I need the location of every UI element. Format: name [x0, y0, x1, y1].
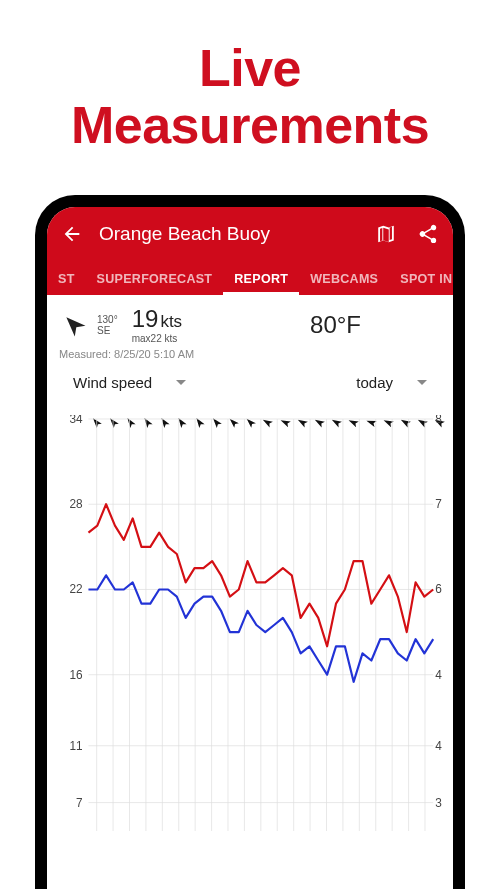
tab-spotinfo[interactable]: SPOT INFO	[389, 262, 453, 295]
tab-webcams[interactable]: WEBCAMS	[299, 262, 389, 295]
chart-canvas: 73114164226287348	[53, 415, 447, 835]
phone-screen: Orange Beach Buoy ST SUPERFORECAST REPOR…	[47, 207, 453, 889]
temperature: 80°F	[190, 311, 441, 339]
wind-max: max22 kts	[132, 333, 182, 344]
wind-cardinal: SE	[97, 325, 118, 336]
svg-text:6: 6	[435, 582, 442, 596]
chevron-down-icon	[417, 380, 427, 385]
wind-direction-icon	[53, 303, 95, 345]
svg-text:11: 11	[69, 739, 83, 753]
page-title: Orange Beach Buoy	[99, 223, 359, 245]
svg-text:22: 22	[69, 582, 83, 596]
wind-speed-block: 19kts max22 kts	[132, 305, 182, 344]
share-icon	[417, 223, 439, 245]
metric-selector-label: Wind speed	[73, 374, 152, 391]
svg-text:3: 3	[435, 796, 442, 810]
range-selector-label: today	[356, 374, 393, 391]
map-button[interactable]	[371, 219, 401, 249]
range-selector[interactable]: today	[356, 374, 427, 391]
wind-direction: 130° SE	[97, 314, 118, 336]
svg-text:8: 8	[435, 415, 442, 426]
wind-degrees: 130°	[97, 314, 118, 325]
back-button[interactable]	[57, 219, 87, 249]
svg-text:7: 7	[76, 796, 83, 810]
summary-row: 130° SE 19kts max22 kts 80°F	[47, 295, 453, 344]
tab-forecast-partial[interactable]: ST	[47, 262, 86, 295]
svg-text:34: 34	[69, 415, 83, 426]
map-icon	[375, 223, 397, 245]
svg-text:4: 4	[435, 668, 442, 682]
tab-bar: ST SUPERFORECAST REPORT WEBCAMS SPOT INF…	[47, 257, 453, 295]
wind-speed-unit: kts	[160, 312, 182, 331]
chart: 73114164226287348	[47, 415, 453, 835]
arrow-left-icon	[61, 223, 83, 245]
chevron-down-icon	[176, 380, 186, 385]
selector-row: Wind speed today	[47, 370, 453, 399]
hero-title: Live Measurements	[0, 0, 500, 184]
share-button[interactable]	[413, 219, 443, 249]
wind-speed-value: 19	[132, 305, 159, 332]
tab-report[interactable]: REPORT	[223, 262, 299, 295]
phone-frame: Orange Beach Buoy ST SUPERFORECAST REPOR…	[35, 195, 465, 889]
svg-text:16: 16	[69, 668, 83, 682]
metric-selector[interactable]: Wind speed	[73, 374, 186, 391]
tab-superforecast[interactable]: SUPERFORECAST	[86, 262, 224, 295]
svg-text:7: 7	[435, 497, 442, 511]
measured-timestamp: Measured: 8/25/20 5:10 AM	[47, 344, 453, 370]
svg-text:28: 28	[69, 497, 83, 511]
app-topbar: Orange Beach Buoy	[47, 207, 453, 257]
svg-text:4: 4	[435, 739, 442, 753]
